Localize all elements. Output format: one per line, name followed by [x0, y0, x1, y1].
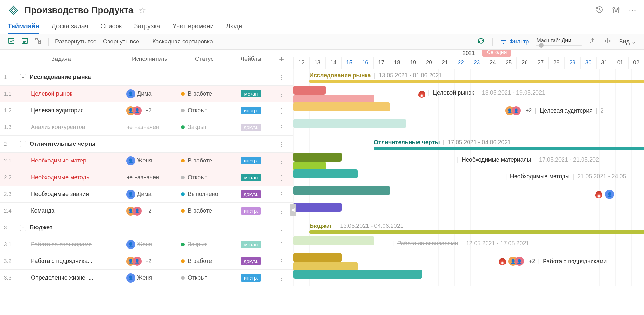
- tab-2[interactable]: Список: [100, 19, 122, 34]
- row-menu-icon[interactable]: ⋮: [270, 270, 293, 286]
- task-bar[interactable]: [293, 169, 358, 178]
- cascade-sort-button[interactable]: Каскадная сортировка: [152, 38, 213, 45]
- task-bar[interactable]: [293, 203, 342, 212]
- view-dropdown[interactable]: Вид ⌄: [619, 38, 636, 45]
- column-assignee[interactable]: Исполнитель: [122, 50, 177, 69]
- day-14[interactable]: 14: [325, 57, 341, 69]
- day-25[interactable]: 25: [501, 57, 517, 69]
- day-01[interactable]: 01: [612, 57, 628, 69]
- task-row[interactable]: 2.4Команда👤👤+2В работеинстр.⋮: [0, 203, 293, 219]
- day-20[interactable]: 20: [421, 57, 437, 69]
- row-menu-icon[interactable]: ⋮: [270, 86, 293, 102]
- gantt-row[interactable]: А: [293, 119, 644, 136]
- row-menu-icon[interactable]: ⋮: [270, 136, 293, 152]
- task-row[interactable]: 2.3Необходимые знания👤ДимаВыполненодокум…: [0, 186, 293, 203]
- gantt-row[interactable]: Отличительные черты|17.05.2021 - 04.06.2…: [293, 136, 644, 153]
- panel-icon[interactable]: [8, 37, 15, 46]
- task-row[interactable]: 3.1Работа со спонсорами👤ЖеняЗакрытмокап⋮: [0, 236, 293, 253]
- day-15[interactable]: 15: [341, 57, 357, 69]
- collapse-icon[interactable]: −: [20, 141, 26, 147]
- task-row[interactable]: 3.2Работа с подрядчика...👤👤+2В работедок…: [0, 253, 293, 270]
- task-bar[interactable]: [293, 270, 422, 279]
- add-column-icon[interactable]: +: [270, 50, 293, 69]
- day-17[interactable]: 17: [373, 57, 389, 69]
- day-02[interactable]: 02: [628, 57, 644, 69]
- day-24[interactable]: 24: [485, 57, 501, 69]
- group-row[interactable]: 2−Отличительные черты⋮: [0, 136, 293, 153]
- task-row[interactable]: 2.2Необходимые методыне назначенОткрытмо…: [0, 169, 293, 186]
- tab-5[interactable]: Люди: [226, 19, 242, 34]
- day-16[interactable]: 16: [357, 57, 373, 69]
- tab-4[interactable]: Учет времени: [172, 19, 213, 34]
- group-bar[interactable]: [309, 80, 644, 83]
- day-12[interactable]: 12: [293, 57, 309, 69]
- tab-3[interactable]: Загрузка: [134, 19, 160, 34]
- more-icon[interactable]: ⋯: [629, 6, 636, 15]
- filter-button[interactable]: Фильтр: [500, 38, 529, 45]
- day-13[interactable]: 13: [309, 57, 326, 69]
- group-bar[interactable]: [309, 230, 644, 234]
- gantt-row[interactable]: Исследование рынка|13.05.2021 - 01.06.20…: [293, 69, 644, 86]
- scale-control[interactable]: Масштаб: Дни: [536, 38, 582, 46]
- collapse-icon[interactable]: −: [20, 225, 26, 231]
- gantt-row[interactable]: |Работа со спонсорами|12.05.2021 - 17.05…: [293, 236, 644, 253]
- task-bar-progress[interactable]: [293, 253, 342, 262]
- day-26[interactable]: 26: [516, 57, 533, 69]
- gantt-row[interactable]: Бюджет|13.05.2021 - 04.06.2021: [293, 219, 644, 236]
- column-task[interactable]: Задача: [0, 50, 122, 69]
- task-bar-progress[interactable]: [293, 153, 342, 162]
- expand-all-button[interactable]: Развернуть все: [55, 38, 97, 45]
- row-menu-icon[interactable]: ⋮: [270, 169, 293, 186]
- day-21[interactable]: 21: [437, 57, 453, 69]
- row-menu-icon[interactable]: ⋮: [270, 69, 293, 85]
- day-29[interactable]: 29: [564, 57, 581, 69]
- column-labels[interactable]: Лейблы: [232, 50, 270, 69]
- gantt-row[interactable]: |Целевой рынок|13.05.2021 - 19.05.2021: [293, 86, 644, 102]
- export-icon[interactable]: [589, 37, 596, 46]
- group-row[interactable]: 3−Бюджет⋮: [0, 219, 293, 236]
- hierarchy-icon[interactable]: [35, 37, 42, 46]
- group-bar[interactable]: [374, 147, 644, 150]
- list-icon[interactable]: [21, 37, 28, 46]
- task-row[interactable]: 1.1Целевой рынок👤ДимаВ работемокап⋮: [0, 86, 293, 102]
- gantt-row[interactable]: 👤👤+2|Целевая аудитория|2: [293, 102, 644, 119]
- task-bar[interactable]: [293, 119, 406, 128]
- tab-0[interactable]: Таймлайн: [8, 19, 39, 34]
- task-bar[interactable]: [293, 236, 374, 245]
- day-18[interactable]: 18: [389, 57, 405, 69]
- row-menu-icon[interactable]: ⋮: [270, 236, 293, 253]
- task-row[interactable]: 2.1Необходимые матер...👤ЖеняВ работеинст…: [0, 153, 293, 169]
- collapse-panel-icon[interactable]: ◀: [290, 204, 296, 216]
- row-menu-icon[interactable]: ⋮: [270, 253, 293, 269]
- task-bar-progress[interactable]: [293, 86, 326, 95]
- gantt-row[interactable]: |Необходимые материалы|17.05.2021 - 21.0…: [293, 153, 644, 169]
- collapse-icon[interactable]: −: [20, 74, 26, 80]
- task-row[interactable]: 1.3Анализ конкурентовне назначенЗакрытдо…: [0, 119, 293, 136]
- gantt-row[interactable]: 👤: [293, 186, 644, 203]
- row-menu-icon[interactable]: ⋮: [270, 119, 293, 135]
- day-30[interactable]: 30: [580, 57, 596, 69]
- gantt-row[interactable]: 👤👤+2|Работа с подрядчиками: [293, 253, 644, 270]
- gantt-chart[interactable]: 2021 12131415161718192021222324252627282…: [293, 50, 644, 307]
- settings-icon[interactable]: [612, 6, 620, 15]
- row-menu-icon[interactable]: ⋮: [270, 102, 293, 119]
- day-27[interactable]: 27: [533, 57, 549, 69]
- task-row[interactable]: 1.2Целевая аудитория👤👤+2Открытинстр.⋮: [0, 102, 293, 119]
- scale-slider[interactable]: [536, 45, 582, 46]
- tab-1[interactable]: Доска задач: [52, 19, 88, 34]
- day-23[interactable]: 23: [469, 57, 485, 69]
- day-22[interactable]: 22: [453, 57, 469, 69]
- task-row[interactable]: 3.3Определение жизнен...👤ЖеняОткрытинстр…: [0, 270, 293, 286]
- star-icon[interactable]: ☆: [138, 5, 146, 15]
- task-bar[interactable]: [293, 102, 390, 111]
- column-status[interactable]: Статус: [177, 50, 232, 69]
- align-icon[interactable]: [604, 37, 611, 46]
- collapse-all-button[interactable]: Свернуть все: [103, 38, 139, 45]
- row-menu-icon[interactable]: ⋮: [270, 219, 293, 236]
- day-19[interactable]: 19: [405, 57, 421, 69]
- task-bar[interactable]: [293, 186, 390, 195]
- group-row[interactable]: 1−Исследование рынка⋮: [0, 69, 293, 86]
- refresh-icon[interactable]: [478, 37, 485, 46]
- history-icon[interactable]: [596, 6, 603, 15]
- row-menu-icon[interactable]: ⋮: [270, 153, 293, 169]
